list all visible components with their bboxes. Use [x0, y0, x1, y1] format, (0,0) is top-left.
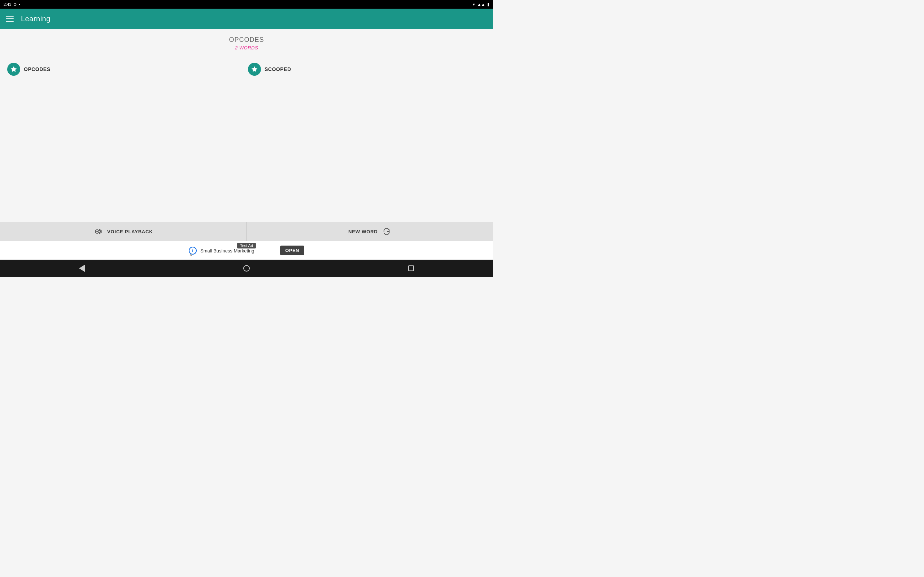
list-item[interactable]: OPCODES	[6, 60, 247, 79]
ad-test-label: Test Ad	[237, 243, 256, 248]
home-button[interactable]	[229, 262, 264, 274]
back-icon	[79, 265, 85, 272]
back-button[interactable]	[65, 262, 99, 275]
ad-close-button[interactable]: ×	[189, 252, 192, 258]
star-icon	[7, 63, 20, 76]
app-bar: Learning	[0, 9, 493, 29]
voice-playback-button[interactable]: VOICE PLAYBACK	[0, 222, 247, 241]
sdcard-icon: ▪	[19, 2, 20, 6]
recents-button[interactable]	[394, 263, 428, 274]
section-subtitle: 2 WORDS	[0, 45, 493, 50]
cast-icon: ⊙	[13, 2, 16, 7]
voice-playback-label: VOICE PLAYBACK	[107, 229, 153, 234]
battery-icon: ▮	[487, 2, 489, 7]
wifi-icon: ▾	[473, 2, 475, 7]
word-list: OPCODES SCOOPED	[0, 56, 493, 82]
list-item[interactable]: SCOOPED	[247, 60, 487, 79]
voice-icon	[94, 226, 103, 237]
main-content: OPCODES 2 WORDS OPCODES SCOOPED	[0, 29, 493, 222]
star-icon	[248, 63, 261, 76]
ad-title: Small Business Marketing	[200, 248, 254, 253]
refresh-icon	[381, 226, 392, 237]
status-bar: 2:43 ⊙ ▪ ▾ ▲▲ ▮	[0, 0, 493, 9]
word-label: OPCODES	[24, 66, 50, 72]
word-label: SCOOPED	[265, 66, 291, 72]
signal-icon: ▲▲	[477, 2, 485, 6]
app-title: Learning	[21, 15, 50, 23]
status-time: 2:43	[3, 2, 11, 6]
home-icon	[243, 265, 250, 272]
new-word-label: NEW WORD	[348, 229, 378, 234]
section-title: OPCODES	[0, 36, 493, 44]
section-header: OPCODES 2 WORDS	[0, 36, 493, 50]
bottom-action-bar: VOICE PLAYBACK NEW WORD	[0, 222, 493, 241]
svg-point-1	[96, 231, 98, 232]
menu-button[interactable]	[6, 16, 14, 22]
ad-open-button[interactable]: OPEN	[280, 246, 304, 255]
ad-banner: Test Ad i Small Business Marketing OPEN …	[0, 241, 493, 259]
nav-bar	[0, 259, 493, 277]
new-word-button[interactable]: NEW WORD	[247, 222, 493, 241]
recents-icon	[408, 266, 414, 271]
